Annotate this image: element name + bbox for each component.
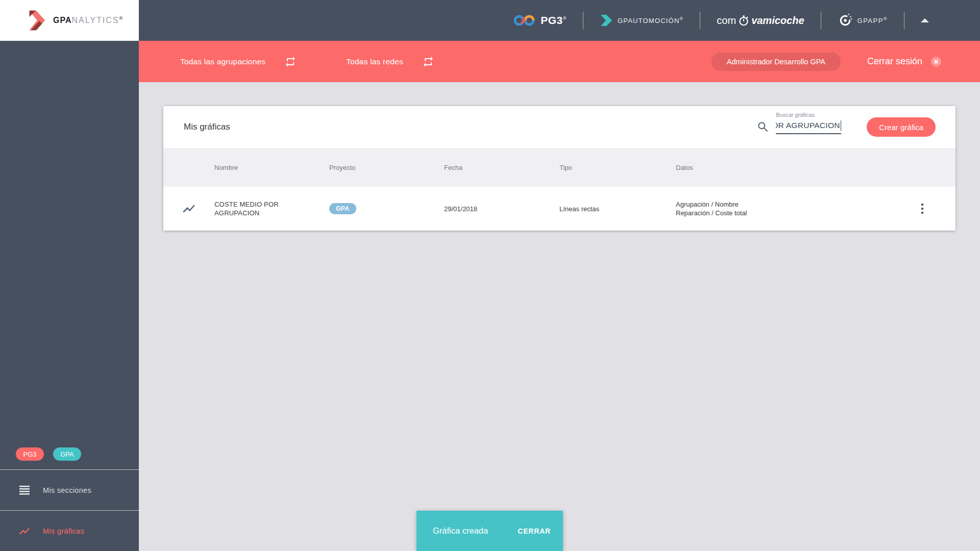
current-user-label: Administrador Desarrollo GPA — [727, 58, 825, 66]
swap-agrupaciones-button[interactable] — [284, 56, 297, 68]
pg3-logo[interactable]: PG3® — [513, 13, 567, 28]
charts-card: Mis gráficas Buscar gráficas OR AGRUPACI… — [163, 106, 955, 231]
row-data-line: Agrupación / Nombre — [676, 200, 899, 209]
toast-message: Gráfica creada — [433, 526, 488, 536]
topbar: PG3® GPAUTOMOCIÓN® com vamicoche GPAPP® — [139, 0, 980, 41]
text-cursor — [841, 120, 842, 131]
column-header-fecha: Fecha — [444, 164, 559, 171]
card-header: Mis gráficas Buscar gráficas OR AGRUPACI… — [163, 106, 955, 148]
row-date: 29/01/2018 — [444, 205, 559, 213]
gpautomocion-label: GPAUTOMOCIÓN® — [618, 16, 683, 24]
topbar-divider — [583, 12, 583, 29]
gpautomocion-arrow-icon — [600, 14, 613, 27]
app-logo[interactable]: GPANALYTICS® — [0, 0, 139, 41]
comprovamicoche-logo[interactable]: com vamicoche — [717, 14, 804, 27]
agrupaciones-filter-label[interactable]: Todas las agrupaciones — [180, 57, 265, 66]
topbar-divider — [904, 12, 904, 29]
kebab-menu-icon — [918, 202, 927, 215]
chart-line-icon — [18, 525, 31, 537]
topbar-divider — [700, 12, 700, 29]
topbar-divider — [821, 12, 821, 29]
sidebar-item-mis-secciones[interactable]: Mis secciones — [0, 469, 139, 510]
page-title: Mis gráficas — [184, 122, 230, 132]
search-input-value: OR AGRUPACION — [776, 120, 841, 131]
toast-notification: Gráfica creada CERRAR — [416, 511, 563, 551]
logo-text-light: NALYTICS — [71, 16, 119, 24]
logout-button[interactable]: Cerrar sesión — [867, 56, 922, 67]
gpautomocion-reg: ® — [679, 16, 683, 21]
sidebar-badges: PG3 GPA — [0, 447, 139, 469]
current-user-badge: Administrador Desarrollo GPA — [712, 53, 841, 71]
pg3-infinity-icon — [513, 13, 535, 28]
gpa-badge[interactable]: GPA — [53, 447, 81, 461]
row-data-line: Reparación / Coste total — [676, 209, 899, 217]
row-type: Líneas rectas — [559, 205, 676, 213]
gpa-analytics-logo-icon — [23, 9, 47, 32]
search-icon — [756, 120, 770, 134]
wrench-circle-icon — [838, 13, 853, 28]
pg3-badge[interactable]: PG3 — [16, 447, 44, 461]
logout-x-button[interactable] — [930, 56, 942, 67]
comprovamicoche-suffix: vamicoche — [751, 15, 804, 27]
row-project-cell: GPA — [329, 203, 444, 214]
column-header-proyecto: Proyecto — [329, 164, 444, 171]
search-input[interactable]: Buscar gráficas OR AGRUPACION — [776, 120, 841, 134]
logo-text-bold: GPA — [53, 16, 71, 24]
create-chart-button[interactable]: Crear gráfica — [867, 117, 936, 137]
gpapp-reg: ® — [884, 16, 888, 21]
column-header-nombre: Nombre — [214, 164, 329, 171]
row-chart-type-icon — [182, 202, 196, 216]
sidebar-item-label: Mis secciones — [43, 486, 91, 494]
redes-filter-label[interactable]: Todas las redes — [346, 57, 403, 66]
logo-reg: ® — [119, 16, 124, 21]
comprovamicoche-prefix: com — [717, 15, 736, 27]
column-header-tipo: Tipo — [559, 164, 676, 171]
swap-icon — [422, 56, 434, 68]
search-icon-button[interactable] — [756, 120, 770, 134]
pg3-label: PG3® — [541, 14, 567, 27]
column-header-datos: Datos — [676, 164, 899, 171]
row-name: COSTE MEDIO POR AGRUPACION — [214, 200, 304, 217]
logo-text: GPANALYTICS® — [53, 16, 123, 25]
row-data-cell: Agrupación / Nombre Reparación / Coste t… — [676, 200, 899, 217]
table-row[interactable]: COSTE MEDIO POR AGRUPACION GPA 29/01/201… — [163, 187, 955, 231]
swap-redes-button[interactable] — [422, 56, 434, 68]
pg3-reg: ® — [563, 16, 567, 21]
filter-bar: Todas las agrupaciones Todas las redes A… — [139, 41, 980, 82]
row-actions-menu-button[interactable] — [918, 202, 927, 215]
toast-close-button[interactable]: CERRAR — [513, 524, 555, 538]
gpapp-logo[interactable]: GPAPP® — [838, 13, 888, 28]
sidebar: GPANALYTICS® PG3 GPA Mis secciones Mis g… — [0, 0, 139, 551]
table-header: Nombre Proyecto Fecha Tipo Datos — [163, 148, 955, 187]
swap-icon — [284, 56, 297, 68]
search-input-label: Buscar gráficas — [776, 112, 815, 118]
sidebar-item-mis-graficas[interactable]: Mis gráficas — [0, 510, 139, 551]
gpautomocion-logo[interactable]: GPAUTOMOCIÓN® — [600, 14, 683, 27]
sidebar-bottom: PG3 GPA Mis secciones Mis gráficas — [0, 447, 139, 551]
chart-line-icon — [182, 202, 196, 216]
gpapp-label: GPAPP® — [857, 16, 888, 24]
project-badge: GPA — [329, 203, 356, 214]
menu-icon — [18, 485, 31, 496]
collapse-topbar-arrow-icon[interactable] — [921, 18, 929, 22]
stopwatch-icon — [737, 14, 750, 27]
close-circle-icon — [930, 56, 942, 67]
sidebar-item-label: Mis gráficas — [43, 527, 84, 535]
